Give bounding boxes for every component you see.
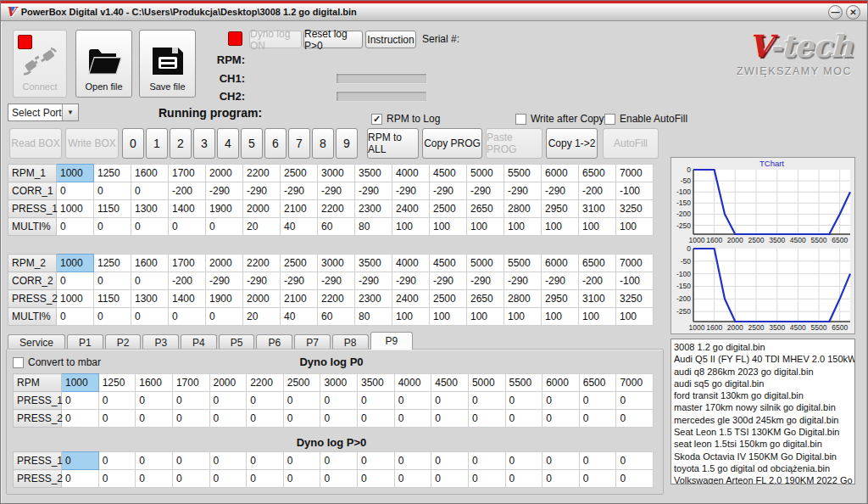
cell-MULTI%-15[interactable]: 100 [616,218,654,236]
tab-p9[interactable]: P9 [370,332,414,350]
cell-MULTI%-5[interactable]: 20 [243,308,281,326]
cell-PRESS_1-7[interactable]: 0 [320,392,358,410]
cell-MULTI%-14[interactable]: 100 [579,308,616,326]
cell-RPM_2-7[interactable]: 3000 [318,255,355,272]
cell-RPM_1-10[interactable]: 4500 [430,165,467,182]
cell-MULTI%-1[interactable]: 0 [94,218,131,236]
file-list-item[interactable]: ford transit 130km go digital.bin [674,389,854,401]
cell-RPM_1-12[interactable]: 5500 [504,165,542,182]
cell-PRESS_1-12[interactable]: 0 [505,452,542,470]
minimize-button[interactable]: — [828,5,843,20]
cell-PRESS_1-13[interactable]: 0 [542,392,580,410]
cell-PRESS_2-13[interactable]: 2950 [542,290,579,308]
cell-CORR_2-9[interactable]: -290 [392,272,430,290]
cell-CORR_1-8[interactable]: -290 [355,182,392,200]
program-digit-2[interactable]: 2 [170,128,192,159]
cell-MULTI%-3[interactable]: 0 [169,308,206,326]
cell-PRESS_1-3[interactable]: 1400 [169,200,206,218]
cell-PRESS_1-12[interactable]: 0 [505,392,542,410]
cell-PRESS_2-6[interactable]: 0 [283,410,320,428]
select-port-dropdown[interactable]: Select Port ▼ [8,104,79,121]
tab-p1[interactable]: P1 [67,334,103,350]
cell-PRESS_1-0[interactable]: 0 [62,392,99,410]
cell-RPM-2[interactable]: 1600 [136,374,173,392]
file-list-item[interactable]: audi sq5 go digital.bin [674,378,854,389]
cell-PRESS_2-8[interactable]: 2300 [355,290,392,308]
cell-RPM-15[interactable]: 7000 [616,374,654,392]
cell-RPM-3[interactable]: 1700 [172,374,209,392]
cell-MULTI%-13[interactable]: 100 [542,308,579,326]
cell-RPM_1-15[interactable]: 7000 [616,165,654,182]
cell-RPM_2-5[interactable]: 2200 [243,255,281,272]
cell-PRESS_1-13[interactable]: 2950 [542,200,579,218]
cell-PRESS_2-11[interactable]: 2650 [467,290,504,308]
cell-PRESS_1-15[interactable]: 3250 [616,200,654,218]
cell-PRESS_1-0[interactable]: 0 [62,452,99,470]
rpm-to-all-button[interactable]: RPM to ALL [367,128,419,159]
cell-RPM_1-11[interactable]: 5000 [467,165,504,182]
paste-prog-button[interactable]: Paste PROG [486,128,542,159]
cell-PRESS_1-2[interactable]: 1300 [131,200,169,218]
cell-PRESS_2-11[interactable]: 0 [468,470,505,488]
checkbox-box[interactable] [515,114,526,125]
cell-PRESS_1-14[interactable]: 0 [579,452,616,470]
cell-MULTI%-0[interactable]: 0 [57,308,94,326]
tab-p7[interactable]: P7 [294,334,331,350]
cell-MULTI%-3[interactable]: 0 [169,218,206,236]
file-list-item[interactable]: Volkswagen Arteon FL 2.0 190KM 2022 Go D… [674,474,854,484]
cell-PRESS_1-4[interactable]: 1900 [206,200,243,218]
cell-MULTI%-14[interactable]: 100 [579,218,616,236]
cell-MULTI%-4[interactable]: 0 [206,308,243,326]
write-after-copy-checkbox[interactable]: Write after Copy [515,113,604,125]
cell-RPM-4[interactable]: 2000 [209,374,247,392]
cell-RPM-7[interactable]: 3000 [320,374,358,392]
cell-PRESS_2-10[interactable]: 0 [431,470,469,488]
cell-PRESS_1-10[interactable]: 0 [431,392,469,410]
cell-RPM_1-4[interactable]: 2000 [206,165,243,182]
cell-CORR_1-7[interactable]: -290 [318,182,355,200]
cell-PRESS_1-3[interactable]: 0 [172,452,209,470]
cell-RPM_2-10[interactable]: 4500 [430,255,467,272]
cell-PRESS_2-1[interactable]: 0 [98,410,136,428]
cell-CORR_2-4[interactable]: -290 [206,272,243,290]
cell-PRESS_2-15[interactable]: 0 [616,470,654,488]
cell-MULTI%-8[interactable]: 80 [355,218,392,236]
cell-CORR_1-14[interactable]: -200 [579,182,616,200]
cell-PRESS_2-13[interactable]: 0 [542,410,580,428]
cell-PRESS_2-11[interactable]: 0 [468,410,505,428]
cell-MULTI%-1[interactable]: 0 [94,308,131,326]
bin-file-list[interactable]: 3008 1.2 go digital.binAudi Q5 II (FY FL… [670,339,855,484]
cell-PRESS_2-15[interactable]: 3250 [616,290,654,308]
cell-PRESS_1-9[interactable]: 0 [394,392,431,410]
program-digit-5[interactable]: 5 [241,128,263,159]
cell-RPM-0[interactable]: 1000 [62,374,99,392]
cell-PRESS_1-1[interactable]: 0 [98,392,136,410]
cell-PRESS_2-14[interactable]: 0 [579,470,616,488]
cell-PRESS_1-2[interactable]: 0 [136,452,173,470]
cell-PRESS_2-3[interactable]: 0 [172,470,209,488]
cell-CORR_1-10[interactable]: -290 [430,182,467,200]
cell-MULTI%-2[interactable]: 0 [131,308,169,326]
cell-PRESS_2-5[interactable]: 0 [247,470,284,488]
cell-MULTI%-11[interactable]: 100 [467,308,504,326]
enable-autofill-checkbox[interactable]: Enable AutoFill [604,113,687,125]
cell-MULTI%-9[interactable]: 100 [392,308,430,326]
cell-PRESS_2-8[interactable]: 0 [358,470,395,488]
cell-PRESS_2-0[interactable]: 1000 [57,290,94,308]
checkbox-box[interactable] [371,114,382,125]
cell-PRESS_2-12[interactable]: 0 [505,410,542,428]
cell-CORR_1-2[interactable]: 0 [131,182,169,200]
autofill-button[interactable]: AutoFill [603,128,659,159]
copy-1-to-2-button[interactable]: Copy 1->2 [546,128,598,159]
cell-PRESS_2-6[interactable]: 0 [283,470,320,488]
cell-PRESS_1-14[interactable]: 3100 [579,200,616,218]
cell-RPM_1-7[interactable]: 3000 [318,165,355,182]
cell-PRESS_2-12[interactable]: 2800 [504,290,542,308]
cell-RPM_2-15[interactable]: 7000 [616,255,654,272]
cell-PRESS_1-14[interactable]: 0 [579,392,616,410]
cell-RPM-12[interactable]: 5500 [505,374,542,392]
cell-PRESS_2-5[interactable]: 0 [247,410,284,428]
cell-PRESS_1-7[interactable]: 0 [320,452,358,470]
program-digit-6[interactable]: 6 [264,128,287,159]
cell-PRESS_2-2[interactable]: 0 [136,470,173,488]
